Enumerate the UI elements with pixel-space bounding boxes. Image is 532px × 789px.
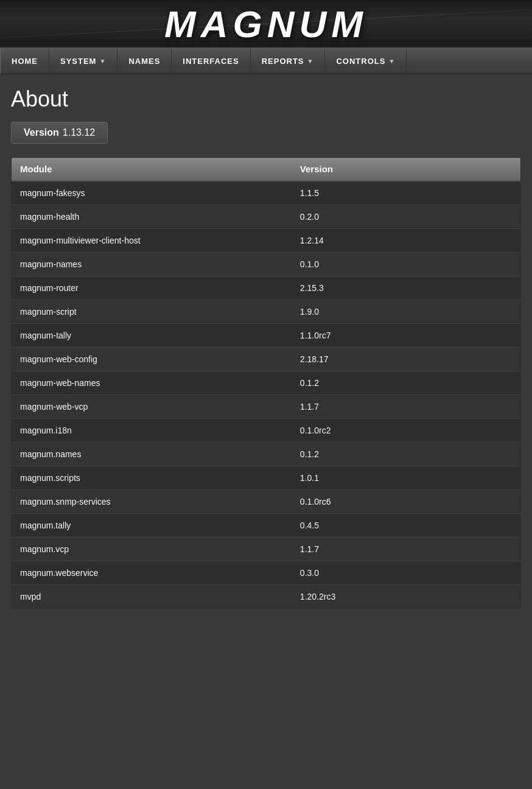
cell-module: magnum-fakesys bbox=[12, 181, 292, 205]
logo-bar: MAGNUM bbox=[0, 0, 532, 49]
nav-reports[interactable]: REPORTS ▼ bbox=[251, 49, 326, 74]
version-number: 1.13.12 bbox=[63, 127, 95, 138]
table-row: magnum.snmp-services0.1.0rc6 bbox=[12, 490, 521, 514]
table-row: magnum-tally1.1.0rc7 bbox=[12, 324, 521, 348]
cell-version: 0.2.0 bbox=[292, 205, 521, 229]
table-row: magnum.vcp1.1.7 bbox=[12, 538, 521, 561]
table-row: magnum-web-names0.1.2 bbox=[12, 371, 521, 395]
cell-version: 2.18.17 bbox=[292, 348, 521, 371]
cell-version: 1.0.1 bbox=[292, 466, 521, 490]
cell-version: 1.20.2rc3 bbox=[292, 585, 521, 609]
table-row: mvpd1.20.2rc3 bbox=[12, 585, 521, 609]
cell-module: magnum-health bbox=[12, 205, 292, 229]
main-content: About Version1.13.12 Module Version magn… bbox=[0, 74, 532, 621]
cell-module: magnum-web-config bbox=[12, 348, 292, 371]
cell-module: magnum-web-vcp bbox=[12, 395, 292, 419]
table-body: magnum-fakesys1.1.5magnum-health0.2.0mag… bbox=[12, 181, 521, 609]
nav-interfaces[interactable]: INTERFACES bbox=[172, 49, 250, 74]
cell-module: magnum.i18n bbox=[12, 419, 292, 443]
table-header-row: Module Version bbox=[12, 158, 521, 181]
nav-names[interactable]: NAMES bbox=[117, 49, 172, 74]
cell-version: 1.1.0rc7 bbox=[292, 324, 521, 348]
cell-version: 2.15.3 bbox=[292, 276, 521, 300]
table-row: magnum-names0.1.0 bbox=[12, 253, 521, 276]
table-row: magnum-web-config2.18.17 bbox=[12, 348, 521, 371]
cell-version: 0.1.0rc2 bbox=[292, 419, 521, 443]
cell-module: magnum.webservice bbox=[12, 561, 292, 585]
cell-module: magnum.snmp-services bbox=[12, 490, 292, 514]
cell-version: 0.1.2 bbox=[292, 371, 521, 395]
table-row: magnum.names0.1.2 bbox=[12, 443, 521, 466]
cell-module: magnum.scripts bbox=[12, 466, 292, 490]
table-row: magnum.scripts1.0.1 bbox=[12, 466, 521, 490]
cell-module: magnum.tally bbox=[12, 514, 292, 538]
chevron-down-icon: ▼ bbox=[388, 58, 395, 65]
cell-module: magnum-tally bbox=[12, 324, 292, 348]
table-row: magnum-multiviewer-client-host1.2.14 bbox=[12, 229, 521, 253]
version-badge: Version1.13.12 bbox=[11, 122, 108, 144]
chevron-down-icon: ▼ bbox=[99, 58, 106, 65]
table-row: magnum.i18n0.1.0rc2 bbox=[12, 419, 521, 443]
table-row: magnum.tally0.4.5 bbox=[12, 514, 521, 538]
cell-module: mvpd bbox=[12, 585, 292, 609]
cell-module: magnum.names bbox=[12, 443, 292, 466]
cell-module: magnum-router bbox=[12, 276, 292, 300]
col-header-module: Module bbox=[12, 158, 292, 181]
page-title: About bbox=[11, 86, 521, 112]
cell-version: 0.4.5 bbox=[292, 514, 521, 538]
col-header-version: Version bbox=[292, 158, 521, 181]
cell-version: 1.1.5 bbox=[292, 181, 521, 205]
cell-version: 0.1.0 bbox=[292, 253, 521, 276]
cell-module: magnum-web-names bbox=[12, 371, 292, 395]
table-row: magnum-health0.2.0 bbox=[12, 205, 521, 229]
table-row: magnum-script1.9.0 bbox=[12, 300, 521, 324]
module-table: Module Version magnum-fakesys1.1.5magnum… bbox=[11, 157, 521, 609]
table-row: magnum-router2.15.3 bbox=[12, 276, 521, 300]
cell-version: 0.1.0rc6 bbox=[292, 490, 521, 514]
table-row: magnum-fakesys1.1.5 bbox=[12, 181, 521, 205]
cell-module: magnum-multiviewer-client-host bbox=[12, 229, 292, 253]
nav-home[interactable]: HOME bbox=[0, 49, 49, 74]
cell-module: magnum-names bbox=[12, 253, 292, 276]
logo-text: MAGNUM bbox=[164, 2, 368, 46]
nav-bar: HOME SYSTEM ▼ NAMES INTERFACES REPORTS ▼… bbox=[0, 49, 532, 74]
cell-version: 0.1.2 bbox=[292, 443, 521, 466]
cell-version: 1.1.7 bbox=[292, 538, 521, 561]
version-label: Version bbox=[24, 127, 59, 138]
cell-module: magnum-script bbox=[12, 300, 292, 324]
nav-system[interactable]: SYSTEM ▼ bbox=[49, 49, 117, 74]
cell-version: 0.3.0 bbox=[292, 561, 521, 585]
nav-controls[interactable]: CONTROLS ▼ bbox=[325, 49, 407, 74]
table-row: magnum.webservice0.3.0 bbox=[12, 561, 521, 585]
cell-version: 1.9.0 bbox=[292, 300, 521, 324]
cell-module: magnum.vcp bbox=[12, 538, 292, 561]
chevron-down-icon: ▼ bbox=[307, 58, 314, 65]
cell-version: 1.2.14 bbox=[292, 229, 521, 253]
cell-version: 1.1.7 bbox=[292, 395, 521, 419]
table-row: magnum-web-vcp1.1.7 bbox=[12, 395, 521, 419]
